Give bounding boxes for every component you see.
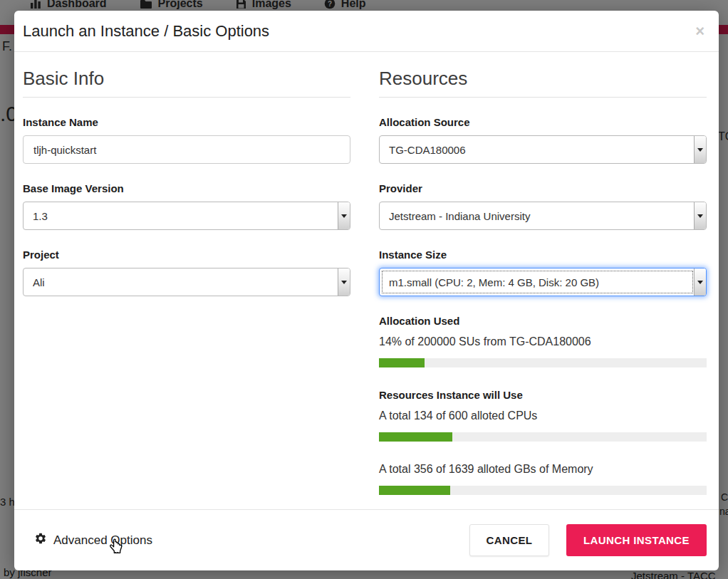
advanced-options-label: Advanced Options: [53, 533, 152, 548]
close-icon[interactable]: ×: [695, 24, 704, 39]
footer-buttons: CANCEL LAUNCH INSTANCE: [469, 524, 707, 556]
advanced-options-button[interactable]: Advanced Options: [34, 532, 152, 548]
provider-label: Provider: [379, 182, 707, 194]
select-value: Ali: [24, 268, 338, 296]
chevron-down-icon: [341, 214, 347, 218]
basic-info-section: Basic Info Instance Name Base Image Vers…: [23, 52, 350, 495]
allocation-used-label: Allocation Used: [379, 315, 707, 327]
chevron-down-icon: [697, 214, 703, 218]
modal-title: Launch an Instance / Basic Options: [23, 22, 269, 41]
modal-footer: Advanced Options CANCEL LAUNCH INSTANCE: [14, 509, 719, 570]
select-dropdown-button[interactable]: [694, 268, 706, 296]
select-value: 1.3: [24, 202, 338, 229]
select-value: TG-CDA180006: [380, 136, 694, 163]
project-label: Project: [23, 249, 350, 261]
chevron-down-icon: [341, 281, 347, 284]
select-dropdown-button[interactable]: [694, 202, 706, 229]
progress-fill: [379, 486, 450, 495]
instance-size-label: Instance Size: [379, 249, 707, 261]
allocation-used-text: 14% of 200000 SUs from TG-CDA180006: [379, 335, 707, 348]
memory-progressbar: [379, 486, 707, 495]
base-image-version-label: Base Image Version: [23, 182, 350, 194]
progress-fill: [379, 358, 425, 367]
cpu-progressbar: [379, 432, 707, 442]
resources-section: Resources Allocation Source TG-CDA180006…: [379, 52, 707, 495]
allocation-source-select[interactable]: TG-CDA180006: [379, 135, 707, 164]
cancel-button[interactable]: CANCEL: [469, 524, 549, 556]
base-image-version-select[interactable]: 1.3: [23, 202, 350, 230]
chevron-down-icon: [697, 148, 703, 152]
provider-select[interactable]: Jetstream - Indiana University: [379, 202, 707, 230]
chevron-down-icon: [697, 281, 703, 284]
select-value: m1.small (CPU: 2, Mem: 4 GB, Disk: 20 GB…: [383, 271, 692, 293]
instance-name-input[interactable]: [23, 135, 350, 164]
memory-usage-text: A total 356 of 1639 alloted GBs of Memor…: [379, 463, 707, 476]
select-dropdown-button[interactable]: [694, 136, 706, 163]
allocation-source-label: Allocation Source: [379, 116, 707, 128]
launch-instance-button[interactable]: LAUNCH INSTANCE: [566, 524, 707, 556]
allocation-used-progressbar: [379, 358, 707, 367]
select-dropdown-button[interactable]: [338, 268, 350, 296]
instance-size-select[interactable]: m1.small (CPU: 2, Mem: 4 GB, Disk: 20 GB…: [379, 268, 707, 296]
modal-body: Basic Info Instance Name Base Image Vers…: [14, 52, 719, 495]
resources-will-use-label: Resources Instance will Use: [379, 389, 707, 401]
launch-instance-modal: Launch an Instance / Basic Options × Bas…: [14, 11, 719, 570]
basic-info-heading: Basic Info: [23, 68, 350, 98]
cpu-usage-text: A total 134 of 600 alloted CPUs: [379, 410, 707, 422]
instance-name-label: Instance Name: [23, 116, 350, 128]
progress-fill: [379, 432, 452, 442]
select-dropdown-button[interactable]: [338, 202, 350, 229]
project-select[interactable]: Ali: [23, 268, 350, 296]
modal-header: Launch an Instance / Basic Options ×: [14, 11, 719, 52]
select-value: Jetstream - Indiana University: [380, 202, 694, 229]
gear-icon: [34, 532, 47, 548]
resources-heading: Resources: [379, 68, 707, 98]
